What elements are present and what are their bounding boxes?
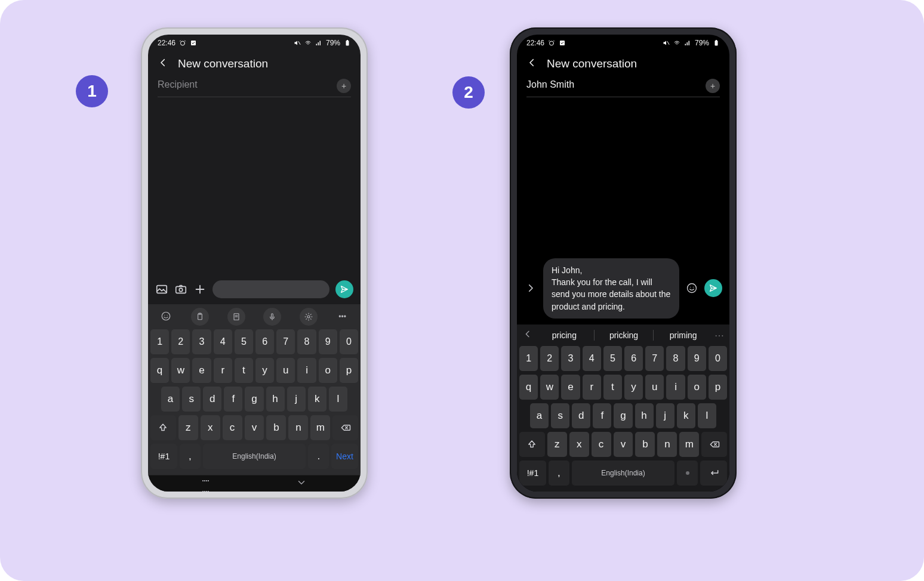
shift-key[interactable]: [519, 432, 545, 457]
comma-key[interactable]: ,: [180, 444, 201, 469]
key-3[interactable]: 3: [561, 346, 580, 371]
more-icon[interactable]: •••: [336, 313, 349, 321]
key-9[interactable]: 9: [688, 346, 706, 371]
shift-key[interactable]: [150, 415, 176, 440]
key-k[interactable]: k: [677, 403, 695, 428]
key-j[interactable]: j: [656, 403, 674, 428]
key-0[interactable]: 0: [340, 329, 358, 354]
period-key[interactable]: .: [308, 444, 329, 469]
key-1[interactable]: 1: [519, 346, 538, 371]
key-l[interactable]: l: [698, 403, 716, 428]
key-7[interactable]: 7: [645, 346, 664, 371]
collapse-chevron-icon[interactable]: [524, 282, 537, 295]
key-c[interactable]: c: [592, 432, 611, 457]
key-e[interactable]: e: [561, 375, 580, 400]
key-s[interactable]: s: [551, 403, 569, 428]
emoji-icon[interactable]: [159, 311, 173, 323]
backspace-key[interactable]: [701, 432, 727, 457]
key-1[interactable]: 1: [150, 329, 169, 354]
space-key[interactable]: English(India): [203, 444, 306, 469]
key-f[interactable]: f: [593, 403, 611, 428]
key-d[interactable]: d: [203, 387, 221, 412]
key-y[interactable]: y: [624, 375, 643, 400]
suggestion-more-icon[interactable]: ⋯: [713, 330, 726, 341]
key-3[interactable]: 3: [192, 329, 211, 354]
key-x[interactable]: x: [569, 432, 589, 457]
key-q[interactable]: q: [519, 375, 538, 400]
gallery-icon[interactable]: [155, 283, 168, 296]
clipboard-icon[interactable]: [191, 308, 209, 326]
key-n[interactable]: n: [288, 415, 308, 440]
key-o[interactable]: o: [319, 358, 337, 383]
key-a[interactable]: a: [161, 387, 180, 412]
key-0[interactable]: 0: [709, 346, 727, 371]
key-s[interactable]: s: [182, 387, 201, 412]
add-recipient-button[interactable]: +: [706, 79, 720, 93]
key-m[interactable]: m: [310, 415, 330, 440]
key-5[interactable]: 5: [603, 346, 622, 371]
key-n[interactable]: n: [657, 432, 677, 457]
key-z[interactable]: z: [178, 415, 198, 440]
key-c[interactable]: c: [223, 415, 242, 440]
key-6[interactable]: 6: [624, 346, 643, 371]
mic-icon[interactable]: [263, 308, 281, 326]
key-2[interactable]: 2: [171, 329, 190, 354]
key-z[interactable]: z: [547, 432, 567, 457]
recipient-input[interactable]: Recipient: [158, 79, 337, 92]
key-y[interactable]: y: [255, 358, 274, 383]
key-f[interactable]: f: [224, 387, 242, 412]
key-r[interactable]: r: [583, 375, 601, 400]
add-recipient-button[interactable]: +: [337, 79, 351, 93]
key-d[interactable]: d: [572, 403, 590, 428]
key-w[interactable]: w: [540, 375, 559, 400]
key-x[interactable]: x: [201, 415, 220, 440]
key-r[interactable]: r: [214, 358, 232, 383]
symbols-key[interactable]: !#1: [519, 461, 546, 486]
key-h[interactable]: h: [266, 387, 285, 412]
suggestion-3[interactable]: priming: [657, 328, 709, 342]
camera-icon[interactable]: [174, 283, 187, 296]
symbols-key[interactable]: !#1: [150, 444, 177, 469]
key-i[interactable]: i: [297, 358, 316, 383]
nav-down-icon[interactable]: [296, 477, 307, 490]
key-4[interactable]: 4: [214, 329, 232, 354]
key-u[interactable]: u: [276, 358, 295, 383]
key-v[interactable]: v: [245, 415, 264, 440]
comma-key[interactable]: ,: [549, 461, 569, 486]
message-input[interactable]: Hi John, Thank you for the call, I will …: [543, 258, 679, 319]
space-key[interactable]: English(India): [572, 461, 675, 486]
suggestion-2[interactable]: pricking: [598, 328, 650, 342]
key-g[interactable]: g: [245, 387, 263, 412]
text-extract-icon[interactable]: [227, 308, 245, 326]
key-m[interactable]: m: [679, 432, 699, 457]
key-v[interactable]: v: [614, 432, 633, 457]
send-button[interactable]: [704, 279, 722, 297]
key-l[interactable]: l: [329, 387, 347, 412]
key-a[interactable]: a: [530, 403, 549, 428]
key-o[interactable]: o: [688, 375, 706, 400]
key-g[interactable]: g: [614, 403, 632, 428]
key-2[interactable]: 2: [540, 346, 559, 371]
key-7[interactable]: 7: [276, 329, 295, 354]
key-i[interactable]: i: [666, 375, 685, 400]
suggestion-1[interactable]: pricing: [538, 328, 590, 342]
key-k[interactable]: k: [308, 387, 327, 412]
next-key[interactable]: Next: [331, 444, 358, 469]
keyboard-switch-icon[interactable]: [202, 473, 210, 492]
key-h[interactable]: h: [635, 403, 654, 428]
period-key[interactable]: [677, 461, 698, 486]
key-9[interactable]: 9: [319, 329, 337, 354]
back-button[interactable]: [158, 57, 168, 70]
key-u[interactable]: u: [645, 375, 664, 400]
send-button[interactable]: [335, 280, 353, 298]
plus-icon[interactable]: [193, 283, 207, 296]
key-e[interactable]: e: [192, 358, 211, 383]
emoji-icon[interactable]: [685, 282, 698, 295]
settings-icon[interactable]: [300, 308, 318, 326]
key-4[interactable]: 4: [583, 346, 601, 371]
key-5[interactable]: 5: [235, 329, 253, 354]
key-b[interactable]: b: [635, 432, 655, 457]
enter-key[interactable]: [700, 461, 727, 486]
message-input[interactable]: [212, 280, 329, 298]
back-button[interactable]: [526, 57, 537, 70]
